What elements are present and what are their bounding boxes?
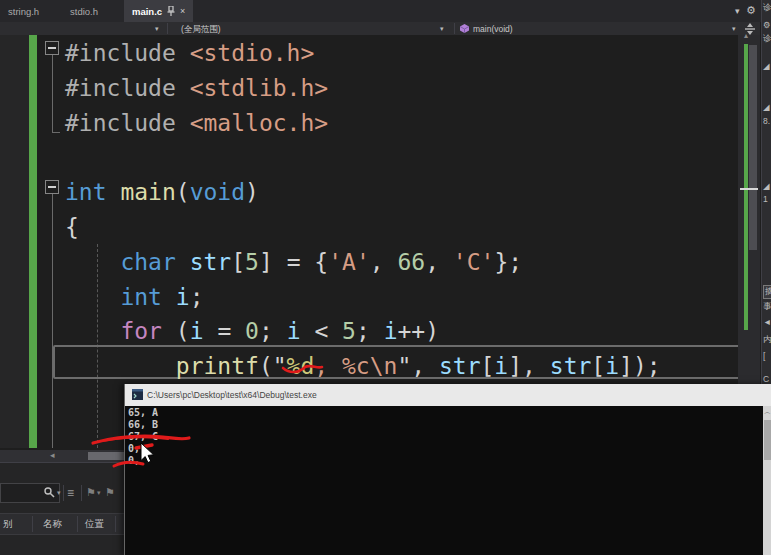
column-header-2[interactable]: 名称 <box>43 518 62 531</box>
console-output-area[interactable]: 65, A66, B67, C0,0, <box>125 406 763 555</box>
navbar-separator <box>167 23 168 34</box>
flag-new-icon[interactable]: ⚑ <box>105 486 115 499</box>
code-line-7[interactable]: char str[5] = {'A', 66, 'C'}; <box>65 245 522 280</box>
settings-gear-icon[interactable]: ⚙ <box>746 4 756 17</box>
change-tracking-bar <box>29 35 37 448</box>
diagnostic-panel-fragment: 摘 <box>763 285 771 299</box>
breakpoint-gutter[interactable] <box>0 35 29 448</box>
diagnostic-panel-fragment: [ <box>763 351 765 361</box>
column-separator[interactable] <box>115 516 116 532</box>
scroll-up-arrow-icon[interactable]: ▴ <box>744 31 748 40</box>
tab-label: stdio.h <box>70 6 98 17</box>
tab-main-c[interactable]: main.c× <box>124 0 193 22</box>
column-header-3[interactable]: 位置 <box>85 518 104 531</box>
toolbar-separator <box>63 485 64 501</box>
horizontal-scrollbar-thumb[interactable] <box>88 452 124 460</box>
diagnostic-panel-fragment: ◄ <box>763 317 771 327</box>
scrollbar-caret-marker <box>740 188 758 190</box>
code-line-9[interactable]: for (i = 0; i < 5; i++) <box>65 314 439 349</box>
fold-line <box>52 55 53 132</box>
column-separator[interactable] <box>77 516 78 532</box>
member-cube-icon <box>460 24 469 33</box>
code-navigation-bar: ▾ (全局范围) ▾ main(void) ▾ <box>0 22 760 36</box>
project-dropdown-chevron-icon[interactable]: ▾ <box>155 25 159 33</box>
console-scroll-up-icon[interactable]: ︿ <box>764 407 771 417</box>
scroll-left-arrow-icon[interactable]: ◂ <box>50 450 55 460</box>
diagnostic-panel-fragment: 诊 <box>763 2 771 14</box>
console-output-line: 67, C <box>128 431 158 443</box>
vs-ide-window: string.hstdio.hmain.c× ▾ ⚙ ▾ (全局范围) ▾ ma… <box>0 0 771 555</box>
console-output-line: 0, <box>128 443 140 455</box>
scrollbar-change-annotation <box>744 44 748 330</box>
tab-string-h[interactable]: string.h <box>0 0 47 22</box>
diagnostic-panel-fragment: 事 <box>763 301 771 313</box>
editor-tab-bar: string.hstdio.hmain.c× ▾ ⚙ <box>0 0 771 22</box>
tab-stdio-h[interactable]: stdio.h <box>62 0 106 22</box>
diagnostic-panel-fragment: 8. <box>763 116 770 126</box>
diagnostic-panel-fragment: 内 <box>763 334 771 346</box>
code-line-5[interactable]: int main(void) <box>65 175 259 210</box>
code-line-1[interactable]: #include <stdio.h> <box>65 36 314 71</box>
fold-line-end <box>52 132 60 133</box>
fold-toggle-main[interactable] <box>45 180 59 194</box>
console-title-bar[interactable]: C:\Users\pc\Desktop\test\x64\Debug\test.… <box>125 384 771 406</box>
diagnostic-panel-fragment: 1 <box>763 194 768 204</box>
member-dropdown[interactable]: main(void) <box>473 24 513 34</box>
console-app-icon <box>132 389 143 400</box>
navbar-separator <box>454 23 455 34</box>
code-line-3[interactable]: #include <malloc.h> <box>65 106 328 141</box>
diagnostic-panel-fragment: 诊 <box>763 33 771 45</box>
code-line-8[interactable]: int i; <box>65 280 204 315</box>
console-title-text: C:\Users\pc\Desktop\test\x64\Debug\test.… <box>147 390 317 400</box>
diagnostic-panel-fragment: ◢ <box>763 102 770 112</box>
console-output-line: 66, B <box>128 419 158 431</box>
code-line-10[interactable]: printf("%d, %c\n", str[i], str[i]); <box>65 349 661 384</box>
diagnostic-panel-fragment: C <box>763 374 769 384</box>
member-dropdown-chevron-icon[interactable]: ▾ <box>732 25 736 33</box>
code-line-2[interactable]: #include <stdlib.h> <box>65 71 328 106</box>
fold-toggle-includes[interactable] <box>45 41 59 55</box>
flag-icon[interactable]: ⚑ <box>86 486 96 499</box>
column-separator[interactable] <box>32 516 33 532</box>
horizontal-scrollbar[interactable]: ◂ <box>0 450 124 462</box>
tab-list-chevron-icon[interactable]: ▾ <box>735 6 740 16</box>
search-options-chevron-icon[interactable]: ▾ <box>57 489 61 497</box>
console-scrollbar[interactable]: ︿ <box>763 406 771 555</box>
vertical-scrollbar-thumb[interactable] <box>749 45 757 250</box>
diagnostic-tools-panel-sliver: 诊⚙诊◢◢8.◢1摘事◄内[C <box>761 0 771 384</box>
console-window[interactable]: C:\Users\pc\Desktop\test\x64\Debug\test.… <box>124 384 771 555</box>
toolbar-separator <box>81 485 82 501</box>
scope-dropdown-chevron-icon[interactable]: ▾ <box>440 25 444 33</box>
columns-list-icon[interactable]: ≡ <box>67 486 74 500</box>
code-line-6[interactable]: { <box>65 210 79 245</box>
tab-label: string.h <box>8 6 39 17</box>
search-icon[interactable] <box>44 487 55 498</box>
fold-line <box>52 194 53 448</box>
console-scrollbar-thumb[interactable] <box>764 420 771 460</box>
diagnostic-panel-fragment: ◢ <box>763 181 770 191</box>
diagnostic-panel-fragment: ◢ <box>763 61 770 71</box>
console-output-line: 65, A <box>128 407 158 419</box>
console-output-line: 0, <box>128 455 140 467</box>
flag-chevron-icon[interactable]: ▾ <box>97 489 101 497</box>
diagnostic-panel-fragment: ⚙ <box>763 20 771 30</box>
close-tab-icon[interactable]: × <box>180 6 185 16</box>
column-header-1[interactable]: 别 <box>3 518 13 531</box>
pin-icon[interactable] <box>167 6 175 16</box>
tab-label: main.c <box>132 6 162 17</box>
